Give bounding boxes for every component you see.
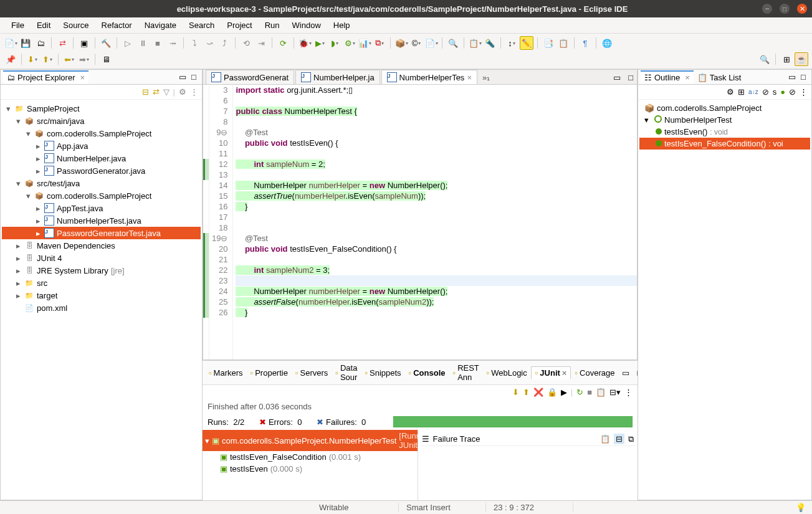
tree-item[interactable]: ▸NumberHelperTest.java xyxy=(2,214,201,227)
profile-icon[interactable]: 📊 xyxy=(358,36,371,50)
debug-icon[interactable]: 🐞 xyxy=(298,36,312,50)
tree-item[interactable]: ▸App.java xyxy=(2,140,201,152)
tree-item[interactable]: ▸src xyxy=(2,277,201,289)
new-icon[interactable]: 📄 xyxy=(4,36,17,50)
web-browser-icon[interactable]: 🌐 xyxy=(600,36,614,50)
view-tab-console[interactable]: ▫Console xyxy=(405,367,449,379)
scroll-lock-icon[interactable]: 🔒 xyxy=(547,388,557,397)
view-tab-weblogic[interactable]: ▫WebLogic xyxy=(483,367,531,379)
history-icon[interactable]: 📋 xyxy=(596,388,606,397)
pin-icon[interactable]: 📌 xyxy=(4,52,17,66)
next-failure-icon[interactable]: ⬇ xyxy=(512,388,519,397)
minimize-view-icon[interactable]: ▭ xyxy=(177,72,188,83)
project-tree[interactable]: ▾SampleProject▾src/main/java▾com.coderol… xyxy=(1,100,202,500)
menu-source[interactable]: Source xyxy=(57,18,95,32)
drop-frame-icon[interactable]: ⟲ xyxy=(239,36,253,50)
outline-item[interactable]: testIsEven() : void xyxy=(639,126,810,138)
prev-failure-icon[interactable]: ⬆ xyxy=(523,388,530,397)
view-tab-snippets[interactable]: ▫Snippets xyxy=(361,367,404,379)
save-all-icon[interactable]: 🗂 xyxy=(34,36,47,50)
tree-item[interactable]: ▾src/main/java xyxy=(2,115,201,127)
suspend-icon[interactable]: ⏸ xyxy=(136,36,150,50)
sort-icon[interactable]: ⊞ xyxy=(738,87,745,97)
open-type-icon[interactable]: 🔍 xyxy=(446,36,460,50)
menu-edit[interactable]: Edit xyxy=(31,18,57,32)
az-icon[interactable]: a↓z xyxy=(748,88,758,95)
menu-search[interactable]: Search xyxy=(183,18,221,32)
menu-navigate[interactable]: Navigate xyxy=(138,18,183,32)
junit-tree[interactable]: ▾ ▣ com.coderolls.SampleProject.NumberHe… xyxy=(203,430,418,500)
outline-menu-icon[interactable]: ⋮ xyxy=(800,87,808,97)
close-icon[interactable]: × xyxy=(562,368,567,378)
quick-access-icon[interactable]: 🔍 xyxy=(758,52,771,66)
tree-item[interactable]: pom.xml xyxy=(2,302,201,314)
tree-item[interactable]: ▸AppTest.java xyxy=(2,202,201,214)
close-icon[interactable]: × xyxy=(682,73,690,82)
more-tabs-icon[interactable]: »₁ xyxy=(479,71,494,84)
tree-item[interactable]: ▾src/test/java xyxy=(2,177,201,189)
close-button[interactable]: ✕ xyxy=(797,4,807,14)
editor-tab[interactable]: PasswordGenerat xyxy=(206,70,294,84)
coverage-icon[interactable]: ◗ xyxy=(328,36,342,50)
restart-icon[interactable]: ⟳ xyxy=(276,36,290,50)
stop-junit-icon[interactable]: ■ xyxy=(587,388,592,397)
junit-test-item[interactable]: ▣testIsEven (0.000 s) xyxy=(203,463,418,475)
minimize-view-icon[interactable]: ▭ xyxy=(786,72,798,83)
compare-icon[interactable]: 📋 xyxy=(600,434,610,444)
maximize-editor-icon[interactable]: □ xyxy=(624,71,637,84)
step-into-icon[interactable]: ⤵ xyxy=(188,36,201,50)
view-tab-rest ann[interactable]: ▫REST Ann xyxy=(449,362,483,383)
toggle-breadcrumb-icon[interactable]: 📑 xyxy=(542,36,555,50)
view-tab-coverage[interactable]: ▫Coverage xyxy=(571,367,618,379)
task-list-tab[interactable]: 📋 Task List xyxy=(694,70,745,83)
tree-item[interactable]: ▸JRE System Library [jre] xyxy=(2,264,201,277)
editor-tab[interactable]: NumberHelper.ja xyxy=(295,70,380,84)
run-server-icon[interactable]: ⚙ xyxy=(343,36,356,50)
step-over-icon[interactable]: ⤻ xyxy=(203,36,216,50)
stop-icon[interactable]: ■ xyxy=(151,36,165,50)
java-ee-perspective-icon[interactable]: ☕ xyxy=(795,52,808,66)
run-icon[interactable]: ▶ xyxy=(313,36,327,50)
filter-trace-icon[interactable]: ⊟ xyxy=(614,434,624,444)
view-tab-junit[interactable]: ▫JUnit× xyxy=(531,366,571,379)
trace-menu-icon[interactable]: ⧉ xyxy=(628,434,634,444)
menu-help[interactable]: Help xyxy=(327,18,356,32)
menu-project[interactable]: Project xyxy=(221,18,258,32)
view-tab-servers[interactable]: ▫Servers xyxy=(292,367,332,379)
minimize-button[interactable]: − xyxy=(762,4,772,14)
view-menu-icon[interactable]: ⋮ xyxy=(190,87,198,97)
external-icon[interactable]: ⧉ xyxy=(373,36,386,50)
close-icon[interactable]: × xyxy=(77,73,85,82)
maximize-view-icon[interactable]: □ xyxy=(188,72,199,83)
layout-icon[interactable]: ⊟▾ xyxy=(609,388,621,397)
new-task-icon[interactable]: 📋 xyxy=(468,36,482,50)
tip-icon[interactable]: 💡 xyxy=(796,503,812,512)
editor-tab[interactable]: NumberHelperTes× xyxy=(381,70,477,84)
tree-item[interactable]: ▸JUnit 4 xyxy=(2,252,201,264)
hide-local-icon[interactable]: ⊘ xyxy=(789,87,796,97)
terminal-icon[interactable]: ▣ xyxy=(77,36,91,50)
tree-item[interactable]: ▸target xyxy=(2,289,201,302)
mark-occurrences-icon[interactable]: 📋 xyxy=(556,36,570,50)
minimize-view-icon[interactable]: ▭ xyxy=(618,367,633,379)
view-tab-propertie[interactable]: ▫Propertie xyxy=(247,367,292,379)
maximize-view-icon[interactable]: □ xyxy=(798,72,809,83)
focus-icon[interactable]: ⚙ xyxy=(727,87,734,97)
forward-icon[interactable]: ➡ xyxy=(77,52,91,66)
tree-item[interactable]: ▸Maven Dependencies xyxy=(2,239,201,252)
minimize-editor-icon[interactable]: ▭ xyxy=(609,71,624,84)
rerun-failed-icon[interactable]: ↻ xyxy=(576,388,583,397)
tree-item[interactable]: ▸NumberHelper.java xyxy=(2,152,201,164)
view-tab-data sour[interactable]: ▫Data Sour xyxy=(332,362,361,383)
outline-item[interactable]: testIsEven_FalseCondition() : voi xyxy=(639,138,810,150)
junit-test-item[interactable]: ▣testIsEven_FalseCondition (0.001 s) xyxy=(203,451,418,463)
junit-root-item[interactable]: ▾ ▣ com.coderolls.SampleProject.NumberHe… xyxy=(203,430,418,451)
tree-item[interactable]: ▸PasswordGeneratorTest.java xyxy=(2,227,201,239)
new-jsp-icon[interactable]: 📄 xyxy=(424,36,438,50)
collapse-all-icon[interactable]: ⊟ xyxy=(142,87,149,97)
next-annotation-icon[interactable]: ⬇ xyxy=(26,52,39,66)
rerun-icon[interactable]: ▶ xyxy=(561,388,567,397)
back-icon[interactable]: ⬅ xyxy=(62,52,76,66)
tree-item[interactable]: ▾com.coderolls.SampleProject xyxy=(2,127,201,140)
menu-file[interactable]: File xyxy=(5,18,31,32)
